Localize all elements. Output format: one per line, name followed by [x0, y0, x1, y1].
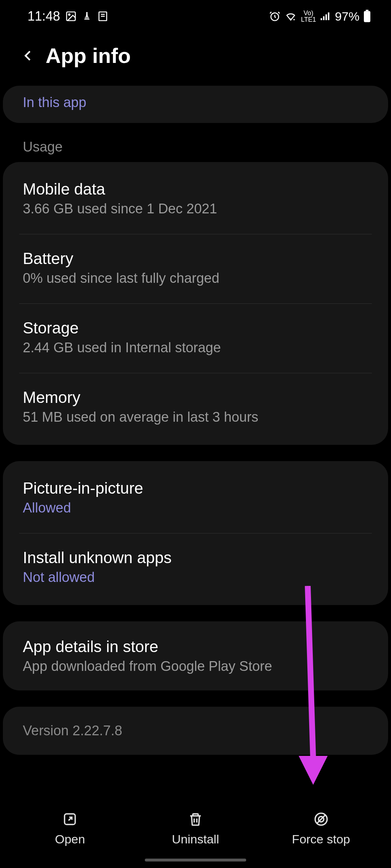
page-title: App info — [46, 43, 131, 68]
wifi-icon — [284, 10, 297, 22]
svg-marker-18 — [299, 756, 328, 785]
battery-pct: 97% — [335, 9, 360, 24]
status-left: 11:48 — [28, 9, 109, 24]
item-title: Memory — [23, 388, 368, 407]
item-subtitle: Not allowed — [23, 570, 368, 585]
set-default-item[interactable]: In this app — [3, 86, 388, 123]
status-right: Vo)LTE1 97% — [269, 9, 371, 24]
note-icon — [97, 10, 109, 22]
back-icon[interactable] — [22, 47, 35, 64]
signal-icon — [320, 10, 331, 22]
image-icon — [65, 10, 77, 22]
item-subtitle: 2.44 GB used in Internal storage — [23, 340, 368, 356]
svg-point-6 — [290, 18, 291, 20]
force-stop-icon — [312, 810, 330, 828]
bottom-action-bar: Open Uninstall Force stop — [0, 800, 391, 868]
version-text: Version 2.22.7.8 — [23, 723, 368, 739]
item-title: Battery — [23, 250, 368, 268]
usage-card: Mobile data 3.66 GB used since 1 Dec 202… — [3, 162, 388, 445]
item-subtitle: 3.66 GB used since 1 Dec 2021 — [23, 201, 368, 217]
force-stop-label: Force stop — [292, 832, 350, 846]
trash-icon — [187, 810, 204, 828]
svg-rect-8 — [323, 16, 324, 20]
mobile-data-item[interactable]: Mobile data 3.66 GB used since 1 Dec 202… — [19, 162, 372, 234]
status-bar: 11:48 Vo)LTE1 97% — [0, 0, 391, 33]
memory-item[interactable]: Memory 51 MB used on average in last 3 h… — [3, 373, 388, 445]
open-label: Open — [55, 832, 85, 846]
item-title: Storage — [23, 319, 368, 337]
svg-rect-9 — [325, 14, 327, 20]
svg-rect-12 — [366, 10, 368, 11]
status-time: 11:48 — [28, 9, 60, 24]
open-icon — [61, 810, 79, 828]
item-title: Picture-in-picture — [23, 479, 368, 497]
storage-item[interactable]: Storage 2.44 GB used in Internal storage — [19, 304, 372, 373]
nav-indicator[interactable] — [145, 859, 246, 861]
picture-in-picture-item[interactable]: Picture-in-picture Allowed — [19, 461, 372, 533]
uninstall-label: Uninstall — [172, 832, 219, 846]
uninstall-button[interactable]: Uninstall — [133, 810, 258, 846]
item-subtitle: 51 MB used on average in last 3 hours — [23, 409, 368, 425]
svg-rect-10 — [328, 12, 329, 20]
item-title: Mobile data — [23, 180, 368, 198]
open-button[interactable]: Open — [7, 810, 133, 846]
app-details-store-item[interactable]: App details in store App downloaded from… — [3, 621, 388, 690]
battery-item[interactable]: Battery 0% used since last fully charged — [19, 234, 372, 304]
chess-icon — [82, 10, 92, 22]
volte-icon: Vo)LTE1 — [301, 10, 316, 23]
item-title: App details in store — [23, 638, 368, 656]
alarm-icon — [269, 10, 281, 22]
svg-rect-7 — [321, 18, 322, 20]
install-unknown-apps-item[interactable]: Install unknown apps Not allowed — [3, 533, 388, 605]
item-subtitle: App downloaded from Google Play Store — [23, 659, 368, 674]
advanced-card: Picture-in-picture Allowed Install unkno… — [3, 461, 388, 605]
usage-section-label: Usage — [3, 139, 388, 162]
svg-point-1 — [68, 14, 70, 15]
item-subtitle: 0% used since last fully charged — [23, 271, 368, 286]
svg-rect-11 — [364, 11, 370, 22]
in-this-app-label: In this app — [23, 95, 368, 110]
top-card: In this app — [3, 86, 388, 123]
version-item: Version 2.22.7.8 — [3, 707, 388, 755]
battery-icon — [363, 10, 371, 23]
item-title: Install unknown apps — [23, 549, 368, 567]
force-stop-button[interactable]: Force stop — [258, 810, 384, 846]
header: App info — [0, 33, 391, 86]
item-subtitle: Allowed — [23, 500, 368, 516]
